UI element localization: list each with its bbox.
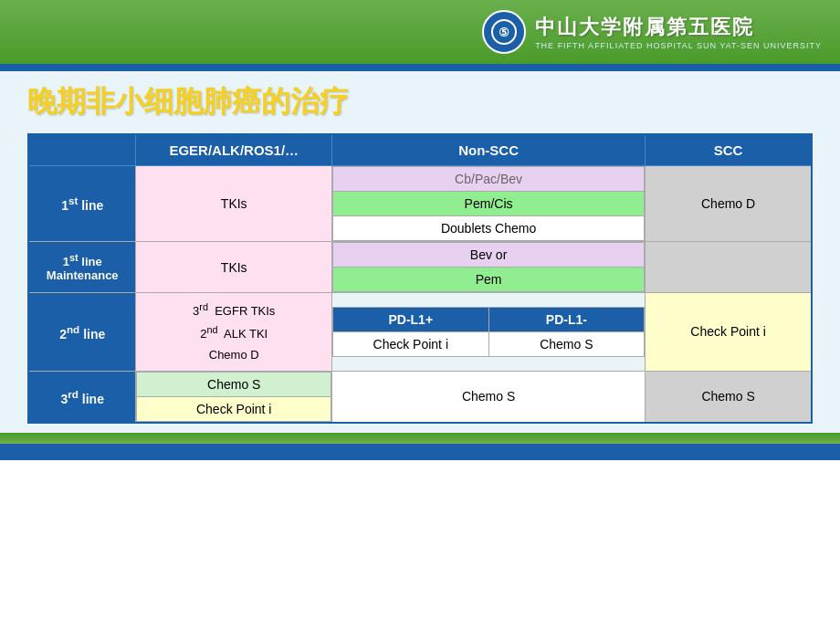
cell-1st-col3: Cb/Pac/Bev Pem/Cis Doublets Chemo: [331, 166, 645, 242]
cell-2nd-col3: PD-L1+ PD-L1- Check Point i Chemo S: [331, 293, 645, 372]
cell-bev-or: Bev or: [332, 243, 644, 268]
cell-cb-pac-bev: Cb/Pac/Bev: [332, 167, 644, 192]
sub-row-3rd-col2-2: Check Point i: [137, 396, 331, 421]
cell-doublets-chemo: Doublets Chemo: [332, 216, 644, 241]
cell-pdl1-minus: PD-L1-: [488, 307, 645, 331]
sup-3rd: rd: [68, 388, 79, 400]
col-header-scc: SCC: [646, 134, 812, 166]
logo-area: ⑤ 中山大学附属第五医院 THE FIFTH AFFILIATED HOSPIT…: [482, 10, 822, 54]
hospital-name-cn: 中山大学附属第五医院: [535, 14, 822, 41]
sup-maint: st: [69, 252, 79, 263]
cell-maint-col3: Bev or Pem: [331, 242, 645, 293]
sub-table-3rd-col2: Chemo S Check Point i: [136, 372, 331, 422]
table-header-row: EGER/ALK/ROS1/… Non-SCC SCC: [28, 134, 812, 166]
sub-row-1st-3: Doublets Chemo: [332, 216, 644, 241]
sup-2nd: nd: [67, 323, 79, 335]
sup-1st: st: [68, 194, 78, 206]
sub-row-maint-1: Bev or: [332, 243, 644, 268]
cell-3rd-col3: Chemo S: [331, 371, 645, 423]
sub-row-2nd-body: Check Point i Chemo S: [332, 331, 644, 356]
cell-3rd-scc: Chemo S: [646, 371, 812, 423]
cell-chemo-s-2nd: Chemo S: [488, 331, 645, 356]
bottom-stripe: [0, 433, 840, 460]
cell-checkpoint-i-2nd: Check Point i: [332, 331, 488, 356]
col-header-nonscc: Non-SCC: [331, 134, 645, 166]
table-row-1st-line: 1st line TKIs Cb/Pac/Bev Pem/Cis Doublet…: [28, 166, 812, 242]
main-content: 晚期非小细胞肺癌的治疗 EGER/ALK/ROS1/… Non-SCC SCC …: [0, 71, 840, 433]
cell-pem: Pem: [332, 268, 644, 292]
sub-row-1st-1: Cb/Pac/Bev: [332, 167, 644, 192]
sub-row-maint-2: Pem: [332, 268, 644, 292]
col-header-empty: [28, 134, 136, 166]
treatment-table: EGER/ALK/ROS1/… Non-SCC SCC 1st line TKI…: [27, 133, 813, 424]
hospital-name-en: THE FIFTH AFFILIATED HOSPITAL SUN YAT-SE…: [535, 41, 822, 50]
blue-stripe: [0, 64, 840, 71]
row-label-3rd-line: 3rd line: [28, 371, 136, 423]
cell-2nd-scc: Check Point i: [646, 293, 812, 372]
sub-row-1st-2: Pem/Cis: [332, 192, 644, 216]
row-label-1st-line: 1st line: [28, 166, 136, 242]
sub-table-maint: Bev or Pem: [332, 242, 645, 292]
sub-row-2nd-header: PD-L1+ PD-L1-: [332, 307, 644, 331]
cell-chemo-s-3rd-col2: Chemo S: [137, 372, 331, 396]
table-row-2nd-line: 2nd line 3rd EGFR TKIs 2nd ALK TKI Chemo…: [28, 293, 812, 372]
col-header-egfr: EGER/ALK/ROS1/…: [136, 134, 332, 166]
cell-maint-col2: TKIs: [136, 242, 332, 293]
logo-circle: ⑤: [482, 10, 526, 54]
sub-row-3rd-col2-1: Chemo S: [137, 372, 331, 396]
row-label-1st-maintenance: 1st lineMaintenance: [28, 242, 136, 293]
cell-checkpoint-i-3rd-col2: Check Point i: [137, 396, 331, 421]
cell-maint-scc: [646, 242, 812, 293]
cell-3rd-col2: Chemo S Check Point i: [136, 371, 332, 423]
sub-table-2nd: PD-L1+ PD-L1- Check Point i Chemo S: [332, 307, 645, 357]
page-title: 晚期非小细胞肺癌的治疗: [27, 82, 813, 122]
header: ⑤ 中山大学附属第五医院 THE FIFTH AFFILIATED HOSPIT…: [0, 0, 840, 64]
cell-1st-col2: TKIs: [136, 166, 332, 242]
cell-2nd-col2: 3rd EGFR TKIs 2nd ALK TKI Chemo D: [136, 293, 332, 372]
cell-1st-scc: Chemo D: [646, 166, 812, 242]
sub-table-1st: Cb/Pac/Bev Pem/Cis Doublets Chemo: [332, 166, 645, 241]
cell-pdl1-plus: PD-L1+: [332, 307, 488, 331]
table-row-1st-maintenance: 1st lineMaintenance TKIs Bev or Pem: [28, 242, 812, 293]
table-row-3rd-line: 3rd line Chemo S Check Point i Chemo S C…: [28, 371, 812, 423]
header-text: 中山大学附属第五医院 THE FIFTH AFFILIATED HOSPITAL…: [535, 14, 822, 50]
cell-pem-cis: Pem/Cis: [332, 192, 644, 216]
row-label-2nd-line: 2nd line: [28, 293, 136, 372]
svg-text:⑤: ⑤: [499, 26, 509, 39]
